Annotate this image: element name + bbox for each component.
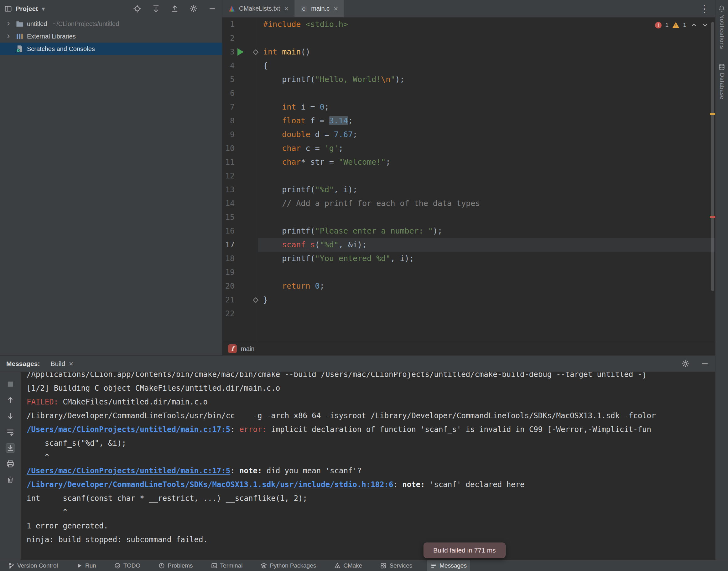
line-number[interactable]: 16 bbox=[222, 224, 258, 238]
breadcrumb-item[interactable]: main bbox=[241, 345, 254, 352]
close-icon[interactable]: × bbox=[284, 4, 288, 13]
collapse-all-icon[interactable] bbox=[171, 5, 179, 13]
line-number[interactable]: 12 bbox=[222, 169, 258, 183]
code-line-9[interactable]: double d = 7.67; bbox=[263, 128, 715, 141]
line-number[interactable]: 15 bbox=[222, 210, 258, 224]
tree-item-scratches-and-consoles[interactable]: Scratches and Consoles bbox=[0, 42, 222, 55]
stripe-item-database[interactable]: Database bbox=[718, 64, 725, 100]
line-number[interactable]: 8 bbox=[222, 114, 258, 128]
code-line-20[interactable]: return 0; bbox=[263, 279, 715, 293]
code-line-17[interactable]: scanf_s("%d", &i); bbox=[263, 238, 715, 252]
run-gutter-icon[interactable] bbox=[238, 48, 244, 56]
code-line-18[interactable]: printf("You entered %d", i); bbox=[263, 252, 715, 265]
printer-button[interactable] bbox=[6, 459, 15, 469]
error-stripe-mark[interactable] bbox=[710, 216, 715, 218]
next-problem-icon[interactable] bbox=[701, 21, 709, 29]
code-line-2[interactable] bbox=[263, 31, 715, 45]
code-line-15[interactable] bbox=[263, 210, 715, 224]
editor-scrollbar[interactable] bbox=[711, 22, 714, 291]
line-number[interactable]: 7 bbox=[222, 100, 258, 114]
down-button[interactable] bbox=[6, 411, 15, 421]
gear-icon[interactable] bbox=[681, 360, 690, 368]
console-link[interactable]: /Users/mac/CLionProjects/untitled/main.c… bbox=[27, 425, 230, 434]
code-line-6[interactable] bbox=[263, 86, 715, 100]
code-line-10[interactable]: char c = 'g'; bbox=[263, 141, 715, 155]
select-opened-file-icon[interactable] bbox=[133, 5, 141, 13]
kebab-menu-icon[interactable]: ⋮ bbox=[694, 0, 715, 17]
code-line-1[interactable]: #include <stdio.h> bbox=[263, 17, 715, 31]
warning-stripe-mark[interactable] bbox=[710, 113, 715, 115]
project-tool-window-icon[interactable] bbox=[4, 5, 12, 12]
stop-button[interactable] bbox=[6, 379, 15, 389]
hide-panel-icon[interactable] bbox=[208, 5, 216, 13]
tree-item-untitled[interactable]: ›untitled~/CLionProjects/untitled bbox=[0, 17, 222, 30]
line-number[interactable]: 1 bbox=[222, 17, 258, 31]
chevron-right-icon[interactable]: › bbox=[4, 17, 12, 29]
line-number[interactable]: 2 bbox=[222, 31, 258, 45]
error-count[interactable]: 1 bbox=[665, 22, 669, 28]
gear-icon[interactable] bbox=[189, 5, 198, 13]
status-cmake[interactable]: CMake bbox=[331, 560, 365, 571]
chevron-down-icon[interactable]: ▾ bbox=[42, 5, 45, 12]
code-line-5[interactable]: printf("Hello, World!\n"); bbox=[263, 73, 715, 86]
code-line-16[interactable]: printf("Please enter a number: "); bbox=[263, 224, 715, 238]
line-number[interactable]: 19 bbox=[222, 265, 258, 279]
code-line-13[interactable]: printf("%d", i); bbox=[263, 183, 715, 197]
status-problems[interactable]: Problems bbox=[155, 560, 196, 571]
line-number[interactable]: 9 bbox=[222, 128, 258, 141]
code-line-22[interactable] bbox=[263, 307, 715, 321]
code-line-3[interactable]: int main() bbox=[263, 45, 715, 59]
line-number[interactable]: 10 bbox=[222, 141, 258, 155]
warning-count[interactable]: 1 bbox=[683, 22, 686, 28]
line-number[interactable]: 18 bbox=[222, 252, 258, 265]
console-link[interactable]: /Library/Developer/CommandLineTools/SDKs… bbox=[27, 480, 393, 489]
warning-icon[interactable]: ! bbox=[672, 22, 679, 28]
editor-gutter[interactable]: 12345678910111213141516171819202122 bbox=[222, 17, 258, 342]
status-services[interactable]: Services bbox=[377, 560, 416, 571]
stripe-item-notifications[interactable]: Notifications bbox=[718, 5, 725, 49]
scroll-end-button[interactable] bbox=[6, 443, 15, 453]
status-messages[interactable]: Messages bbox=[427, 560, 470, 571]
close-icon[interactable]: × bbox=[69, 359, 73, 368]
line-number[interactable]: 14 bbox=[222, 197, 258, 210]
prev-problem-icon[interactable] bbox=[690, 21, 698, 29]
hide-panel-icon[interactable] bbox=[701, 360, 709, 368]
code-line-4[interactable]: { bbox=[263, 59, 715, 73]
line-number[interactable]: 13 bbox=[222, 183, 258, 197]
editor[interactable]: 12345678910111213141516171819202122 #inc… bbox=[222, 17, 715, 342]
code-line-11[interactable]: char* str = "Welcome!"; bbox=[263, 155, 715, 169]
line-number[interactable]: 4 bbox=[222, 59, 258, 73]
line-number[interactable]: 22 bbox=[222, 307, 258, 321]
status-version-control[interactable]: Version Control bbox=[5, 560, 61, 571]
error-icon[interactable]: ! bbox=[655, 22, 662, 28]
panel-title[interactable]: Project bbox=[16, 5, 38, 12]
code-line-14[interactable]: // Add a printf for each of the data typ… bbox=[263, 197, 715, 210]
status-todo[interactable]: TODO bbox=[111, 560, 144, 571]
folder-icon bbox=[16, 20, 24, 28]
status-python-packages[interactable]: Python Packages bbox=[258, 560, 319, 571]
chevron-right-icon[interactable]: › bbox=[4, 29, 12, 42]
close-icon[interactable]: × bbox=[334, 4, 338, 13]
trash-button[interactable] bbox=[6, 475, 15, 485]
wrap-button[interactable] bbox=[6, 427, 15, 437]
code-line-21[interactable]: } bbox=[263, 293, 715, 307]
tab-build[interactable]: Build × bbox=[51, 359, 73, 368]
build-console[interactable]: /Applications/CLion.app/Contents/bin/cma… bbox=[21, 372, 715, 560]
up-button[interactable] bbox=[6, 395, 15, 405]
code-line-12[interactable] bbox=[263, 169, 715, 183]
code-line-19[interactable] bbox=[263, 265, 715, 279]
console-link[interactable]: /Users/mac/CLionProjects/untitled/main.c… bbox=[27, 466, 230, 475]
line-number[interactable]: 17 bbox=[222, 238, 258, 252]
line-number[interactable]: 11 bbox=[222, 155, 258, 169]
code-line-8[interactable]: float f = 3.14; bbox=[263, 114, 715, 128]
code-line-7[interactable]: int i = 0; bbox=[263, 100, 715, 114]
tree-item-external-libraries[interactable]: ›External Libraries bbox=[0, 30, 222, 42]
expand-all-icon[interactable] bbox=[152, 5, 160, 13]
tab-cmakelists-txt[interactable]: CMakeLists.txt× bbox=[222, 0, 294, 17]
line-number[interactable]: 20 bbox=[222, 279, 258, 293]
line-number[interactable]: 6 bbox=[222, 86, 258, 100]
status-terminal[interactable]: Terminal bbox=[208, 560, 246, 571]
line-number[interactable]: 5 bbox=[222, 73, 258, 86]
tab-main-c[interactable]: Cmain.c× bbox=[294, 0, 344, 17]
status-run[interactable]: Run bbox=[73, 560, 99, 571]
